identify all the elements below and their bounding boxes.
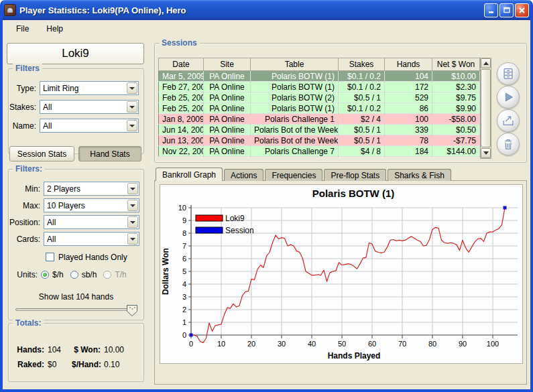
minimize-button[interactable] xyxy=(484,3,498,17)
units-dollar-radio[interactable] xyxy=(41,271,49,279)
table-cell: $0.5 / 1 xyxy=(339,135,385,146)
table-row[interactable]: Nov 22, 2007PA OnlinePolaris Challenge 7… xyxy=(159,146,480,157)
table-row[interactable]: Feb 25, 2009PA OnlinePolaris BOTW (2)$0.… xyxy=(159,92,480,103)
position-value: All xyxy=(47,218,127,227)
sessions-group-label: Sessions xyxy=(159,38,200,48)
table-scrollbar[interactable] xyxy=(480,58,491,159)
chevron-down-icon[interactable] xyxy=(127,183,138,194)
table-cell: $0.1 / 0.2 xyxy=(339,103,385,114)
session-stats-button[interactable]: Session Stats xyxy=(9,146,74,161)
stakes-label: Stakes: xyxy=(9,103,40,112)
menu-file[interactable]: File xyxy=(11,23,34,35)
chevron-down-icon[interactable] xyxy=(127,101,137,113)
svg-text:60: 60 xyxy=(368,340,376,348)
max-players-combo[interactable]: 10 Players xyxy=(44,198,139,212)
cabinet-icon xyxy=(501,66,516,81)
stakes-combo[interactable]: All xyxy=(40,100,139,114)
units-sb-label: sb/h xyxy=(82,270,97,279)
table-row[interactable]: Mar 5, 2009PA OnlinePolaris BOTW (1)$0.1… xyxy=(159,71,480,82)
table-row[interactable]: Jun 13, 2008PA OnlinePolaris Bot of the … xyxy=(159,135,480,146)
column-header[interactable]: Stakes xyxy=(339,58,385,71)
bankroll-chart-svg: 0102030405060708090100012345678910 Loki9… xyxy=(160,200,524,363)
tab-preflop-stats[interactable]: Pre-flop Stats xyxy=(324,169,386,181)
close-button[interactable] xyxy=(515,3,529,17)
chevron-down-icon[interactable] xyxy=(127,216,138,228)
chevron-down-icon[interactable] xyxy=(127,120,137,131)
table-cell: $4 / 8 xyxy=(339,146,385,157)
replay-session-button[interactable] xyxy=(497,86,520,109)
cards-value: All xyxy=(47,235,127,244)
svg-text:5: 5 xyxy=(182,267,186,275)
svg-text:8: 8 xyxy=(182,229,186,237)
table-cell: $0.50 xyxy=(432,125,480,135)
session-details-button[interactable] xyxy=(497,62,520,85)
trash-icon xyxy=(501,137,516,151)
delete-session-button[interactable] xyxy=(497,133,520,155)
table-row[interactable]: Feb 27, 2009PA OnlinePolaris BOTW (1)$0.… xyxy=(159,82,480,92)
y-axis-label: Dollars Won xyxy=(161,248,170,295)
menu-help[interactable]: Help xyxy=(41,23,68,35)
chevron-down-icon[interactable] xyxy=(127,233,138,245)
min-label: Min: xyxy=(9,184,44,194)
bankroll-chart: Polaris BOTW (1) 01020304050607080901000… xyxy=(160,184,523,364)
name-label: Name: xyxy=(9,121,40,131)
svg-text:30: 30 xyxy=(278,340,286,348)
table-row[interactable]: Jun 14, 2008PA OnlinePolaris Bot of the … xyxy=(159,125,480,135)
hands-slider[interactable] xyxy=(15,308,136,311)
position-combo[interactable]: All xyxy=(44,215,139,229)
tab-sharks-fish[interactable]: Sharks & Fish xyxy=(388,169,451,181)
units-sb-radio[interactable] xyxy=(70,271,78,279)
max-players-value: 10 Players xyxy=(47,201,127,210)
name-combo[interactable]: All xyxy=(40,119,139,133)
slider-thumb[interactable] xyxy=(126,304,138,317)
tab-bankroll-graph[interactable]: Bankroll Graph xyxy=(156,168,223,181)
player-name-box[interactable]: Loki9 xyxy=(7,43,144,64)
tab-actions[interactable]: Actions xyxy=(224,169,263,181)
legend-label: Loki9 xyxy=(225,214,245,223)
play-icon xyxy=(501,90,516,105)
totals-won-label: $ Won: xyxy=(72,345,104,354)
table-cell: PA Online xyxy=(204,92,251,103)
column-header[interactable]: Site xyxy=(204,58,251,71)
scroll-up-button[interactable] xyxy=(481,58,491,68)
chevron-down-icon[interactable] xyxy=(127,200,138,211)
menubar: File Help xyxy=(3,20,530,38)
slider-label: Show last 104 hands xyxy=(9,292,143,302)
column-header[interactable]: Table xyxy=(251,58,339,71)
maximize-button[interactable] xyxy=(499,3,514,17)
hand-stats-button[interactable]: Hand Stats xyxy=(78,146,141,161)
export-session-button[interactable] xyxy=(497,109,520,132)
svg-text:20: 20 xyxy=(247,340,255,348)
played-hands-only-checkbox[interactable] xyxy=(46,253,54,261)
scroll-down-button[interactable] xyxy=(481,148,491,158)
table-cell: $9.75 xyxy=(432,92,480,103)
titlebar: Player Statistics: Loki9(PA Online), Her… xyxy=(0,0,533,20)
table-cell: Mar 5, 2009 xyxy=(159,71,204,82)
table-cell: Polaris BOTW (2) xyxy=(251,92,339,103)
units-t-radio xyxy=(103,271,111,279)
column-header[interactable]: Date xyxy=(159,58,204,71)
min-players-combo[interactable]: 2 Players xyxy=(44,182,139,196)
column-header[interactable]: Net $ Won xyxy=(432,58,480,71)
scrollbar-thumb[interactable] xyxy=(481,69,491,147)
svg-text:10: 10 xyxy=(178,204,186,212)
totals-group-label: Totals: xyxy=(13,318,44,328)
cards-label: Cards: xyxy=(9,235,44,244)
table-row[interactable]: Feb 25, 2009PA OnlinePolaris BOTW (1)$0.… xyxy=(159,103,480,114)
app-window: Player Statistics: Loki9(PA Online), Her… xyxy=(0,0,533,392)
totals-won-value: 10.00 xyxy=(104,345,124,354)
min-players-value: 2 Players xyxy=(47,184,127,194)
table-row[interactable]: Jan 8, 2009PA OnlinePolaris Challenge 1$… xyxy=(159,114,480,125)
table-cell: Jun 13, 2008 xyxy=(159,135,204,146)
svg-text:10: 10 xyxy=(217,340,225,348)
chevron-down-icon[interactable] xyxy=(127,82,137,94)
table-cell: $144.00 xyxy=(432,146,480,157)
table-cell: PA Online xyxy=(204,82,251,92)
svg-text:80: 80 xyxy=(428,340,436,348)
table-cell: 184 xyxy=(385,146,432,157)
tab-frequencies[interactable]: Frequencies xyxy=(265,169,322,181)
type-combo[interactable]: Limit Ring xyxy=(40,81,139,95)
cards-combo[interactable]: All xyxy=(44,232,139,246)
column-header[interactable]: Hands xyxy=(385,58,432,71)
table-cell: 339 xyxy=(385,125,432,135)
